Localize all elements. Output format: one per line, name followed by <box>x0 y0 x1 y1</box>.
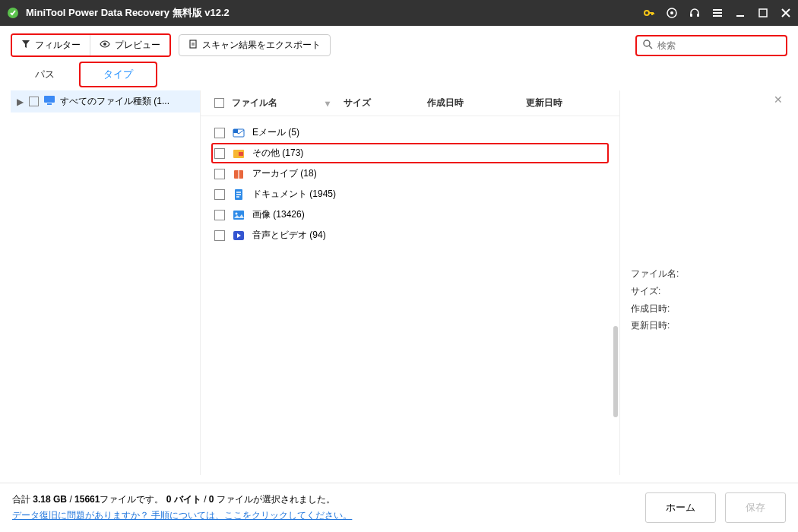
svg-point-7 <box>103 43 106 46</box>
svg-point-9 <box>644 40 650 46</box>
app-logo-icon <box>6 6 20 20</box>
list-item[interactable]: Eメール (5) <box>211 122 609 143</box>
search-input[interactable] <box>657 40 780 51</box>
rows-container: Eメール (5)その他 (173)アーカイブ (18)ドキュメント (1945)… <box>201 116 619 252</box>
row-label: Eメール (5) <box>252 126 299 139</box>
search-box[interactable] <box>635 35 787 56</box>
row-label: 画像 (13426) <box>252 208 305 221</box>
svg-rect-8 <box>190 40 196 48</box>
svg-point-3 <box>670 11 673 14</box>
checkbox[interactable] <box>214 169 225 179</box>
col-created[interactable]: 作成日時 <box>427 97 526 109</box>
home-button[interactable]: ホーム <box>645 492 716 523</box>
funnel-icon <box>21 40 30 51</box>
help-link[interactable]: データ復旧に問題がありますか？ 手順については、ここをクリックしてください。 <box>12 509 352 522</box>
list-item[interactable]: その他 (173) <box>211 143 609 163</box>
save-button[interactable]: 保存 <box>725 492 786 523</box>
preview-label: プレビュー <box>115 39 160 52</box>
list-item[interactable]: アーカイブ (18) <box>211 163 609 184</box>
search-icon <box>643 40 653 52</box>
checkbox[interactable] <box>29 97 39 106</box>
view-tabs: パス タイプ <box>0 62 798 87</box>
doc-icon <box>233 188 245 201</box>
media-icon <box>233 230 245 242</box>
svg-rect-5 <box>697 14 699 17</box>
maximize-icon[interactable] <box>757 7 769 19</box>
col-size[interactable]: サイズ <box>344 97 427 109</box>
eye-icon <box>100 40 110 51</box>
list-item[interactable]: 音声とビデオ (94) <box>211 225 609 245</box>
email-icon <box>233 127 245 139</box>
svg-rect-17 <box>238 170 239 179</box>
row-label: ドキュメント (1945) <box>252 188 336 201</box>
tab-path[interactable]: パス <box>11 62 79 87</box>
close-icon[interactable] <box>780 7 792 19</box>
headset-icon[interactable] <box>689 7 701 19</box>
filter-button[interactable]: フィルター <box>12 35 90 55</box>
row-label: アーカイブ (18) <box>252 167 317 180</box>
tab-type[interactable]: タイプ <box>79 62 157 87</box>
column-headers: ファイル名 ▾ サイズ 作成日時 更新日時 <box>201 90 619 116</box>
col-modified[interactable]: 更新日時 <box>526 97 606 109</box>
key-icon[interactable] <box>643 7 655 19</box>
svg-rect-11 <box>47 103 52 105</box>
svg-rect-19 <box>233 211 244 220</box>
meta-filename-label: ファイル名: <box>631 265 777 283</box>
col-name[interactable]: ファイル名 <box>232 97 277 109</box>
caret-right-icon: ▶ <box>17 97 24 107</box>
svg-rect-15 <box>239 152 243 156</box>
export-button[interactable]: スキャン結果をエクスポート <box>179 34 331 56</box>
filter-preview-group: フィルター プレビュー <box>11 33 171 57</box>
image-icon <box>233 209 245 221</box>
preview-button[interactable]: プレビュー <box>90 35 169 55</box>
status-text: 合計 3.18 GB / 15661ファイルです。 0 バイト / 0 ファイル… <box>12 493 352 506</box>
checkbox[interactable] <box>214 148 225 159</box>
svg-point-20 <box>236 212 238 214</box>
svg-rect-10 <box>44 96 55 103</box>
monitor-icon <box>43 95 55 108</box>
archive-icon <box>233 168 245 180</box>
tree-root-item[interactable]: ▶ すべてのファイル種類 (1... <box>11 90 200 112</box>
list-item[interactable]: ドキュメント (1945) <box>211 184 609 204</box>
svg-rect-4 <box>690 14 692 17</box>
checkbox[interactable] <box>214 230 225 241</box>
meta-size-label: サイズ: <box>631 283 777 300</box>
preview-close-icon[interactable]: ✕ <box>774 93 783 106</box>
checkbox[interactable] <box>214 210 225 220</box>
export-icon <box>188 40 198 51</box>
titlebar: MiniTool Power Data Recovery 無料版 v12.2 <box>0 0 798 26</box>
toolbar: フィルター プレビュー スキャン結果をエクスポート <box>0 26 798 62</box>
list-item[interactable]: 画像 (13426) <box>211 204 609 225</box>
tree-root-label: すべてのファイル種類 (1... <box>60 95 169 108</box>
scrollbar[interactable] <box>613 326 618 417</box>
filter-label: フィルター <box>35 39 81 52</box>
other-icon <box>233 147 245 160</box>
disc-icon[interactable] <box>666 7 678 19</box>
svg-rect-6 <box>759 9 767 17</box>
meta-modified-label: 更新日時: <box>631 317 777 334</box>
preview-pane: ✕ ファイル名: サイズ: 作成日時: 更新日時: <box>620 90 787 475</box>
minimize-icon[interactable] <box>734 7 746 19</box>
file-list: ファイル名 ▾ サイズ 作成日時 更新日時 Eメール (5)その他 (173)ア… <box>201 90 620 475</box>
tree-sidebar: ▶ すべてのファイル種類 (1... <box>11 90 201 475</box>
row-label: その他 (173) <box>252 147 303 160</box>
meta-created-label: 作成日時: <box>631 300 777 318</box>
footer: 合計 3.18 GB / 15661ファイルです。 0 バイト / 0 ファイル… <box>0 483 798 532</box>
svg-rect-13 <box>233 129 238 133</box>
checkbox[interactable] <box>214 128 225 138</box>
app-title: MiniTool Power Data Recovery 無料版 v12.2 <box>26 6 643 20</box>
select-all-checkbox[interactable] <box>214 98 224 108</box>
sort-arrow-icon: ▾ <box>325 98 330 109</box>
export-label: スキャン結果をエクスポート <box>202 39 321 52</box>
checkbox[interactable] <box>214 189 225 200</box>
menu-icon[interactable] <box>711 7 724 19</box>
main-area: ▶ すべてのファイル種類 (1... ファイル名 ▾ サイズ 作成日時 更新日時… <box>0 87 798 483</box>
row-label: 音声とビデオ (94) <box>252 229 326 242</box>
